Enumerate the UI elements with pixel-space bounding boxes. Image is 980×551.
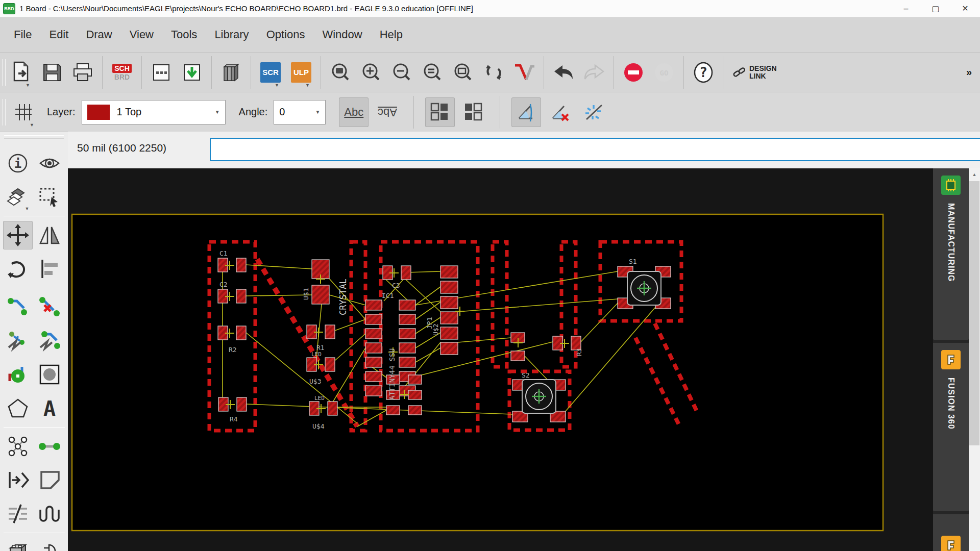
close-button[interactable]: ✕ <box>950 0 980 17</box>
zoom-select-button[interactable] <box>449 56 477 89</box>
action-toolbar: ▼ SCH BRD <box>0 52 980 92</box>
open-board-button[interactable]: ▼ <box>8 56 35 89</box>
run-ulp-button[interactable]: ULP ▼ <box>287 56 315 89</box>
toolbar-overflow-chevron[interactable]: » <box>966 66 972 78</box>
redraw-button[interactable] <box>480 56 507 89</box>
ulp-badge: ULP <box>291 62 311 83</box>
stop-icon <box>623 62 644 83</box>
toolbar-drag-handle[interactable] <box>5 99 6 126</box>
tool-move-button[interactable] <box>3 221 33 249</box>
library-manager-button[interactable] <box>217 56 245 89</box>
menu-draw[interactable]: Draw <box>77 23 120 46</box>
tab-manufacturing[interactable]: MANUFACTURING <box>933 168 969 340</box>
tool-align-button[interactable] <box>35 255 64 283</box>
tool-show-button[interactable] <box>35 149 64 178</box>
tool-miter-button[interactable] <box>35 466 64 494</box>
maximize-button[interactable]: ▢ <box>921 0 950 17</box>
text-mirror-toggle[interactable]: Abc <box>373 97 402 127</box>
hole-icon <box>39 364 60 385</box>
menu-help[interactable]: Help <box>371 23 411 46</box>
design-link-button[interactable]: DESIGN LINK <box>732 65 777 80</box>
toolbar-drag-handle[interactable] <box>5 59 6 86</box>
tool-quick-route-disconnect-button[interactable] <box>3 327 33 355</box>
angle-mode-toggle[interactable] <box>511 97 541 127</box>
tool-mirror-button[interactable] <box>35 221 64 249</box>
tool-quick-route-button[interactable] <box>35 327 64 355</box>
tool-info-button[interactable]: i <box>3 149 33 178</box>
tool-layer-settings-button[interactable]: ▼ <box>3 183 33 211</box>
zoom-previous-button[interactable] <box>419 56 446 89</box>
undo-button[interactable] <box>550 56 577 89</box>
sidebar-drag-handle[interactable] <box>4 138 64 139</box>
run-script-button[interactable]: SCR ▼ <box>257 56 284 89</box>
tab-fusion-sync[interactable] <box>933 514 969 551</box>
cam-processor-button[interactable] <box>148 56 175 89</box>
scroll-up-arrow[interactable]: ▲ <box>969 168 980 181</box>
chevron-down-icon[interactable]: ▼ <box>30 122 34 128</box>
checker-a-icon <box>430 102 450 122</box>
component-label: R1 <box>316 344 325 352</box>
chevron-down-icon[interactable]: ▼ <box>26 83 30 88</box>
floppy-icon <box>42 63 62 82</box>
sidebar-drag-handle[interactable] <box>4 135 64 136</box>
chevron-down-icon[interactable]: ▼ <box>25 206 30 211</box>
tool-rotate-button[interactable] <box>3 255 33 283</box>
help-button[interactable]: ? <box>690 56 717 89</box>
tool-signal-button[interactable] <box>35 432 64 461</box>
text-normal-toggle[interactable]: Abc <box>339 97 369 127</box>
right-scrollbar[interactable]: ▲ <box>969 168 980 551</box>
menu-window[interactable]: Window <box>313 23 371 46</box>
sch-brd-switch-button[interactable]: SCH BRD <box>108 56 136 89</box>
tool-group-select-button[interactable] <box>35 183 64 211</box>
scrollbar-thumb[interactable] <box>969 181 979 445</box>
tool-route-button[interactable] <box>3 293 33 321</box>
tool-ratsnest-button[interactable] <box>3 432 33 461</box>
tool-via-button[interactable] <box>3 360 33 389</box>
tool-autoroute-button[interactable] <box>3 466 33 494</box>
tool-ripup-button[interactable] <box>35 293 64 321</box>
redo-arrow-icon <box>583 63 605 82</box>
cam-export-button[interactable] <box>178 56 206 89</box>
go-button[interactable]: GO <box>650 56 678 89</box>
minimize-button[interactable]: – <box>891 0 921 17</box>
zoom-fit-button[interactable] <box>327 56 354 89</box>
tool-add-part-button[interactable] <box>3 538 33 551</box>
wire-bend-button[interactable] <box>510 56 538 89</box>
command-input[interactable]: ▼ <box>210 138 980 161</box>
menu-options[interactable]: Options <box>258 23 314 46</box>
tab-fusion360[interactable]: FUSION 360 <box>933 343 969 511</box>
angle-dropdown[interactable]: 0 ▼ <box>274 100 326 124</box>
zoom-out-button[interactable] <box>388 56 415 89</box>
tool-hole-button[interactable] <box>35 360 64 389</box>
tool-drc-button[interactable] <box>3 499 33 528</box>
svg-text:A: A <box>43 397 55 419</box>
zoom-in-button[interactable] <box>357 56 385 89</box>
pattern-checker-a-toggle[interactable] <box>425 97 455 127</box>
menu-library[interactable]: Library <box>206 23 257 46</box>
board-canvas[interactable]: C1C2R2R4U$1CRYSTALR1LEDU$3LEDU$4IC1ATTIN… <box>68 168 933 551</box>
chevron-down-icon[interactable]: ▼ <box>305 83 310 88</box>
angle-delete-toggle[interactable] <box>545 97 575 127</box>
toolbar-drag-handle[interactable] <box>2 99 3 126</box>
print-button[interactable] <box>69 56 96 89</box>
menu-file[interactable]: File <box>5 23 40 46</box>
tool-text-button[interactable]: A <box>35 394 64 422</box>
tool-sidebar: i ▼ <box>0 132 68 551</box>
smd-pad <box>365 300 382 310</box>
dimension-toggle[interactable] <box>579 97 608 127</box>
pattern-checker-b-toggle[interactable] <box>459 97 488 127</box>
layer-dropdown[interactable]: 1 Top ▼ <box>82 100 226 124</box>
save-button[interactable] <box>38 56 66 89</box>
redo-button[interactable] <box>580 56 608 89</box>
tool-polygon-button[interactable] <box>3 394 33 422</box>
menu-view[interactable]: View <box>121 23 162 46</box>
tool-connect-button[interactable] <box>35 538 64 551</box>
menu-tools[interactable]: Tools <box>162 23 206 46</box>
tool-meander-button[interactable] <box>35 499 64 528</box>
grid-button[interactable]: ▼ <box>8 96 39 129</box>
stop-button[interactable] <box>620 56 647 89</box>
toolbar-drag-handle[interactable] <box>2 59 3 86</box>
menu-edit[interactable]: Edit <box>40 23 77 46</box>
chevron-down-icon[interactable]: ▼ <box>275 83 279 88</box>
via-icon <box>7 364 29 385</box>
